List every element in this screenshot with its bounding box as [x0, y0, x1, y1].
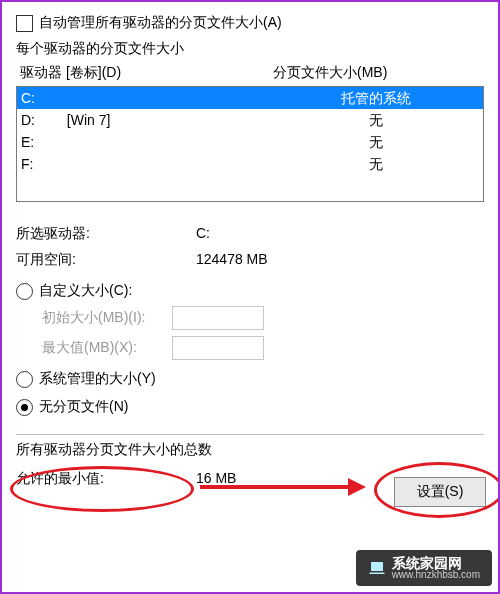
divider	[16, 434, 484, 435]
drive-list-headers: 驱动器 [卷标](D) 分页文件大小(MB)	[16, 64, 484, 82]
col-size-header: 分页文件大小(MB)	[273, 64, 480, 82]
drive-row[interactable]: D:[Win 7]无	[17, 109, 483, 131]
watermark-icon	[368, 559, 386, 577]
auto-manage-checkbox[interactable]	[16, 15, 33, 32]
drive-list[interactable]: C:托管的系统D:[Win 7]无E:无F:无	[16, 86, 484, 202]
opt-system-radio[interactable]	[16, 371, 33, 388]
drive-size: 无	[273, 131, 479, 153]
opt-none-label: 无分页文件(N)	[39, 398, 128, 416]
opt-system-row[interactable]: 系统管理的大小(Y)	[16, 370, 484, 388]
opt-none-radio[interactable]	[16, 399, 33, 416]
watermark-text: 系统家园网	[392, 556, 480, 570]
max-size-label: 最大值(MB)(X):	[42, 339, 172, 357]
watermark-url: www.hnzkhbsb.com	[392, 570, 480, 580]
opt-system-label: 系统管理的大小(Y)	[39, 370, 156, 388]
drive-letter: E:	[21, 131, 67, 153]
opt-none-row[interactable]: 无分页文件(N)	[16, 398, 484, 416]
initial-size-input[interactable]	[172, 306, 264, 330]
per-drive-group-label: 每个驱动器的分页文件大小	[16, 40, 484, 58]
opt-custom-radio[interactable]	[16, 283, 33, 300]
drive-letter: D:	[21, 109, 67, 131]
drive-row[interactable]: C:托管的系统	[17, 87, 483, 109]
totals-label: 所有驱动器分页文件大小的总数	[16, 441, 484, 459]
opt-custom-row[interactable]: 自定义大小(C):	[16, 282, 484, 300]
initial-size-label: 初始大小(MB)(I):	[42, 309, 172, 327]
drive-size: 无	[273, 153, 479, 175]
col-drive-header: 驱动器 [卷标](D)	[20, 64, 273, 82]
drive-volume: [Win 7]	[67, 109, 273, 131]
free-space-value: 124478 MB	[196, 246, 484, 272]
selected-drive-value: C:	[196, 220, 484, 246]
drive-row[interactable]: F:无	[17, 153, 483, 175]
free-space-label: 可用空间:	[16, 246, 196, 272]
set-button-label: 设置(S)	[417, 483, 464, 501]
drive-size: 托管的系统	[273, 87, 479, 109]
min-allowed-label: 允许的最小值:	[16, 465, 196, 491]
drive-row[interactable]: E:无	[17, 131, 483, 153]
watermark: 系统家园网 www.hnzkhbsb.com	[356, 550, 492, 586]
drive-volume	[67, 87, 273, 109]
auto-manage-label: 自动管理所有驱动器的分页文件大小(A)	[39, 14, 282, 32]
drive-volume	[67, 153, 273, 175]
opt-custom-label: 自定义大小(C):	[39, 282, 132, 300]
drive-letter: F:	[21, 153, 67, 175]
drive-volume	[67, 131, 273, 153]
selected-drive-label: 所选驱动器:	[16, 220, 196, 246]
drive-size: 无	[273, 109, 479, 131]
set-button[interactable]: 设置(S)	[394, 477, 486, 507]
auto-manage-row[interactable]: 自动管理所有驱动器的分页文件大小(A)	[16, 14, 484, 32]
max-size-input[interactable]	[172, 336, 264, 360]
drive-letter: C:	[21, 87, 67, 109]
